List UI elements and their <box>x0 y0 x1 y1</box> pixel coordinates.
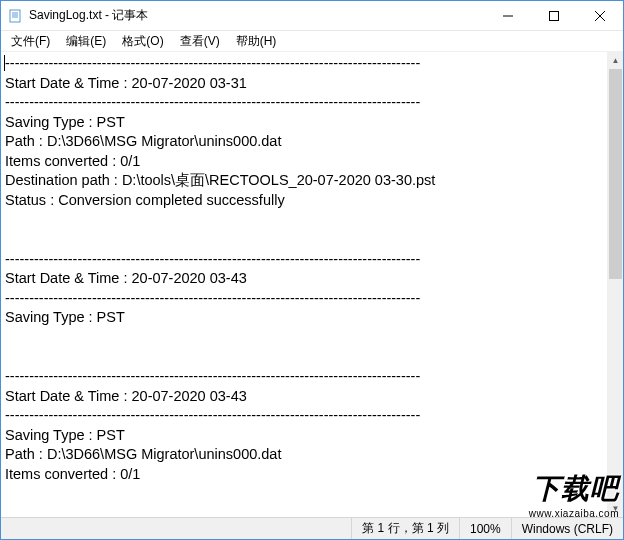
statusbar: 第 1 行，第 1 列 100% Windows (CRLF) <box>1 517 623 539</box>
menu-view[interactable]: 查看(V) <box>172 31 228 52</box>
status-position: 第 1 行，第 1 列 <box>351 518 459 539</box>
text-editor[interactable]: ----------------------------------------… <box>1 52 606 517</box>
menubar: 文件(F) 编辑(E) 格式(O) 查看(V) 帮助(H) <box>1 31 623 52</box>
menu-help[interactable]: 帮助(H) <box>228 31 285 52</box>
status-lineending: Windows (CRLF) <box>511 518 623 539</box>
maximize-button[interactable] <box>531 1 577 30</box>
menu-format[interactable]: 格式(O) <box>114 31 171 52</box>
vertical-scrollbar[interactable]: ▲ ▼ <box>606 52 623 517</box>
notepad-icon <box>7 8 23 24</box>
window-title: SavingLog.txt - 记事本 <box>29 7 485 24</box>
scroll-thumb[interactable] <box>609 69 622 279</box>
content-area: ----------------------------------------… <box>1 52 623 517</box>
menu-edit[interactable]: 编辑(E) <box>58 31 114 52</box>
minimize-button[interactable] <box>485 1 531 30</box>
close-button[interactable] <box>577 1 623 30</box>
menu-file[interactable]: 文件(F) <box>3 31 58 52</box>
titlebar: SavingLog.txt - 记事本 <box>1 1 623 31</box>
text-content: ----------------------------------------… <box>5 55 435 482</box>
svg-rect-5 <box>550 11 559 20</box>
svg-rect-0 <box>10 10 20 22</box>
scroll-up-arrow-icon[interactable]: ▲ <box>607 52 624 69</box>
window-controls <box>485 1 623 30</box>
status-zoom: 100% <box>459 518 511 539</box>
scroll-down-arrow-icon[interactable]: ▼ <box>607 500 624 517</box>
